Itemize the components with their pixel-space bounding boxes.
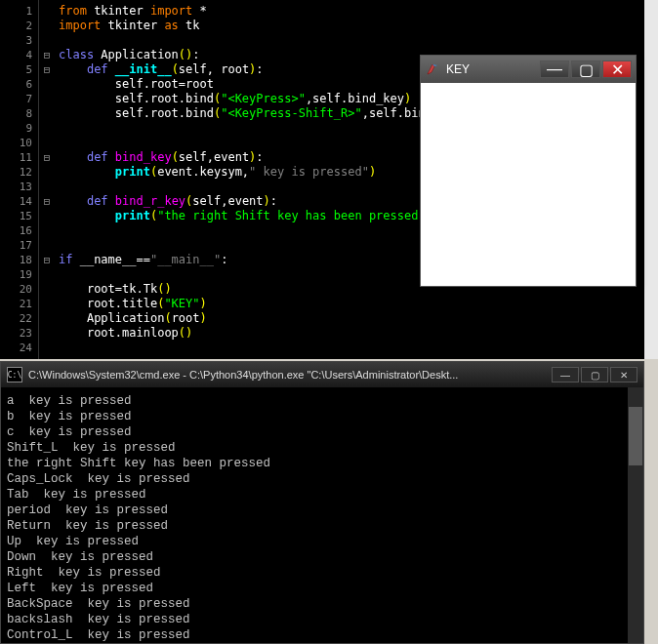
cmd-window-buttons: — ▢ ✕	[552, 367, 637, 382]
close-icon: ✕	[620, 370, 628, 381]
tk-client-area[interactable]	[421, 83, 636, 286]
cmd-output[interactable]: a key is pressedb key is pressedc key is…	[1, 387, 643, 643]
cmd-output-line: period key is pressed	[7, 503, 637, 518]
cmd-minimize-button[interactable]: —	[552, 367, 579, 382]
cmd-output-line: backslash key is pressed	[7, 612, 637, 627]
cmd-output-line: Down key is pressed	[7, 549, 637, 565]
fold-marker[interactable]	[39, 267, 55, 282]
code-line[interactable]: import tkinter as tk	[59, 19, 644, 33]
fold-column[interactable]: ⊟⊟⊟⊟⊟	[39, 0, 55, 359]
fold-marker[interactable]	[39, 136, 55, 150]
cmd-output-line: c key is pressed	[7, 424, 637, 440]
code-line[interactable]: root.mainloop()	[59, 326, 644, 341]
cmd-output-line: BackSpace key is pressed	[7, 596, 637, 612]
cmd-maximize-button[interactable]: ▢	[581, 367, 608, 382]
line-number: 9	[0, 121, 38, 136]
cmd-icon: C:\	[7, 367, 22, 382]
line-number: 21	[0, 297, 38, 311]
fold-marker[interactable]	[39, 311, 55, 326]
fold-marker[interactable]	[39, 326, 55, 341]
line-number: 7	[0, 92, 38, 106]
code-line[interactable]: from tkinter import *	[59, 4, 644, 19]
line-number: 17	[0, 238, 38, 253]
line-number: 20	[0, 282, 38, 297]
line-number: 18	[0, 253, 38, 267]
cmd-output-line: Control_L key is pressed	[7, 627, 637, 643]
tk-window-title: KEY	[446, 62, 540, 76]
fold-marker[interactable]	[39, 180, 55, 194]
minimize-button[interactable]: —	[540, 60, 569, 78]
code-line[interactable]	[59, 33, 644, 48]
fold-marker[interactable]	[39, 4, 55, 19]
line-number: 16	[0, 223, 38, 238]
code-line[interactable]: root.title("KEY")	[59, 297, 644, 311]
fold-marker[interactable]: ⊟	[39, 48, 55, 62]
tk-window-buttons: — ▢ ✕	[540, 60, 632, 78]
cmd-output-line: b key is pressed	[7, 409, 637, 424]
cmd-output-line: Right key is pressed	[7, 565, 637, 581]
tk-feather-icon	[425, 61, 440, 77]
line-number: 2	[0, 19, 38, 33]
line-number-gutter: 123456789101112131415161718192021222324	[0, 0, 39, 359]
cmd-window-title: C:\Windows\System32\cmd.exe - C:\Python3…	[28, 369, 552, 381]
line-number: 15	[0, 209, 38, 223]
close-button[interactable]: ✕	[602, 60, 632, 78]
cmd-output-line: Tab key is pressed	[7, 487, 637, 503]
cmd-scrollbar[interactable]	[628, 387, 643, 643]
fold-marker[interactable]	[39, 19, 55, 33]
fold-marker[interactable]	[39, 238, 55, 253]
cmd-output-line: Left key is pressed	[7, 581, 637, 596]
fold-marker[interactable]	[39, 121, 55, 136]
line-number: 13	[0, 180, 38, 194]
tk-titlebar[interactable]: KEY — ▢ ✕	[421, 56, 636, 83]
line-number: 24	[0, 341, 38, 355]
cmd-output-line: a key is pressed	[7, 393, 637, 409]
minimize-icon: —	[560, 370, 570, 381]
line-number: 1	[0, 4, 38, 19]
fold-marker[interactable]	[39, 92, 55, 106]
cmd-output-line: Shift_L key is pressed	[7, 440, 637, 456]
fold-marker[interactable]	[39, 282, 55, 297]
line-number: 12	[0, 165, 38, 180]
fold-marker[interactable]	[39, 223, 55, 238]
cmd-output-line: Up key is pressed	[7, 534, 637, 549]
cmd-output-line: Return key is pressed	[7, 518, 637, 534]
line-number: 11	[0, 150, 38, 165]
line-number: 6	[0, 77, 38, 92]
line-number: 19	[0, 267, 38, 282]
cmd-scroll-thumb[interactable]	[629, 407, 642, 465]
fold-marker[interactable]	[39, 33, 55, 48]
maximize-icon: ▢	[591, 370, 599, 381]
line-number: 23	[0, 326, 38, 341]
maximize-button[interactable]: ▢	[571, 60, 600, 78]
line-number: 14	[0, 194, 38, 209]
editor-scrollbar[interactable]	[644, 0, 658, 359]
line-number: 10	[0, 136, 38, 150]
code-line[interactable]: Application(root)	[59, 311, 644, 326]
fold-marker[interactable]: ⊟	[39, 194, 55, 209]
cmd-titlebar[interactable]: C:\ C:\Windows\System32\cmd.exe - C:\Pyt…	[1, 362, 643, 387]
line-number: 8	[0, 106, 38, 121]
line-number: 22	[0, 311, 38, 326]
code-line[interactable]	[59, 341, 644, 355]
close-icon: ✕	[611, 60, 624, 79]
cmd-close-button[interactable]: ✕	[610, 367, 637, 382]
fold-marker[interactable]	[39, 209, 55, 223]
cmd-output-line: the right Shift key has been pressed	[7, 456, 637, 471]
fold-marker[interactable]: ⊟	[39, 150, 55, 165]
minimize-icon: —	[547, 60, 562, 78]
line-number: 3	[0, 33, 38, 48]
line-number: 5	[0, 62, 38, 77]
maximize-icon: ▢	[579, 60, 594, 79]
cmd-window[interactable]: C:\ C:\Windows\System32\cmd.exe - C:\Pyt…	[0, 361, 644, 644]
fold-marker[interactable]: ⊟	[39, 62, 55, 77]
fold-marker[interactable]	[39, 297, 55, 311]
fold-marker[interactable]	[39, 341, 55, 355]
line-number: 4	[0, 48, 38, 62]
tkinter-app-window[interactable]: KEY — ▢ ✕	[420, 55, 637, 287]
fold-marker[interactable]: ⊟	[39, 253, 55, 267]
cmd-output-line: Caps_Lock key is pressed	[7, 471, 637, 487]
fold-marker[interactable]	[39, 106, 55, 121]
fold-marker[interactable]	[39, 77, 55, 92]
fold-marker[interactable]	[39, 165, 55, 180]
